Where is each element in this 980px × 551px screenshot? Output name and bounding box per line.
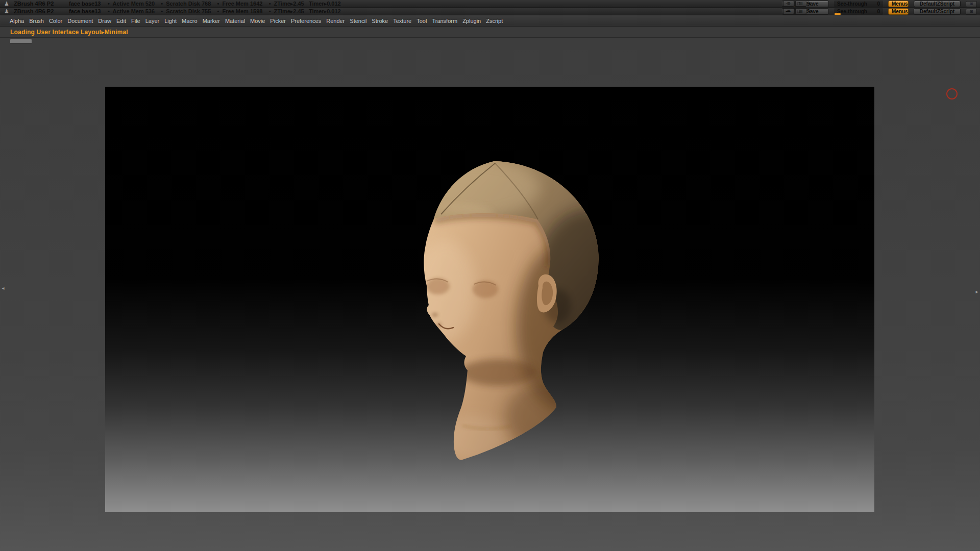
zbrush-logo-icon-2: ♟ [4, 8, 9, 15]
menu-item-texture[interactable]: Texture [390, 15, 414, 27]
menu-item-document[interactable]: Document [65, 15, 95, 27]
titlebar-controls-1: QuickSave See-through 0 Menus DefaultZSc… [782, 1, 977, 7]
see-through-slider-1[interactable]: See-through 0 [834, 1, 883, 7]
memory-stats-2: • Active Mem 536 • Scratch Disk 755 • Fr… [108, 8, 341, 15]
see-through-value-1: 0 [877, 1, 880, 7]
sculpted-head-model [105, 87, 874, 512]
menu-item-layer[interactable]: Layer [143, 15, 162, 27]
title-bar-2: ♟ ZBrush 4R6 P2 face base13 • Active Mem… [0, 8, 980, 15]
menu-item-file[interactable]: File [129, 15, 143, 27]
title-bar-1: ♟ ZBrush 4R6 P2 face base13 • Active Mem… [0, 0, 980, 8]
grid-icon-button-2[interactable]: ⊞ [966, 9, 977, 15]
default-zscript-button-2[interactable]: DefaultZScript [914, 8, 961, 15]
menu-item-movie[interactable]: Movie [248, 15, 267, 27]
window-controls-2: — □ × [784, 8, 814, 15]
menu-item-material[interactable]: Material [223, 15, 248, 27]
menu-item-light[interactable]: Light [162, 15, 179, 27]
menu-item-tool[interactable]: Tool [414, 15, 429, 27]
menu-item-stroke[interactable]: Stroke [369, 15, 390, 27]
loading-status-text: Loading User Interface Layout▸Minimal [10, 29, 128, 36]
menu-item-draw[interactable]: Draw [95, 15, 114, 27]
maximize-button-1[interactable]: □ [795, 1, 803, 7]
zbrush-logo-icon: ♟ [4, 0, 9, 7]
menu-item-color[interactable]: Color [46, 15, 65, 27]
workspace: ◂ ▸ [0, 38, 980, 551]
document-title-2: face base13 [69, 8, 101, 15]
menus-button-2[interactable]: Menus [888, 8, 909, 15]
menu-item-preferences[interactable]: Preferences [288, 15, 324, 27]
app-title-1: ZBrush 4R6 P2 [14, 0, 54, 7]
menu-bar: Alpha Brush Color Document Draw Edit Fil… [0, 15, 980, 27]
menu-item-edit[interactable]: Edit [114, 15, 129, 27]
status-bar: Loading User Interface Layout▸Minimal [0, 27, 980, 38]
menu-item-zplugin[interactable]: Zplugin [460, 15, 483, 27]
see-through-label-2: See-through [837, 8, 867, 15]
grid-icon-button-1[interactable]: ⊞ [966, 1, 977, 7]
close-button-2[interactable]: × [805, 8, 814, 15]
menu-item-brush[interactable]: Brush [27, 15, 46, 27]
see-through-value-2: 0 [877, 8, 880, 15]
menu-item-alpha[interactable]: Alpha [7, 15, 27, 27]
see-through-progress-notch [835, 13, 841, 15]
menu-item-stencil[interactable]: Stencil [347, 15, 369, 27]
red-ring-indicator [946, 88, 958, 99]
menu-item-render[interactable]: Render [324, 15, 347, 27]
app-title-2: ZBrush 4R6 P2 [14, 8, 54, 15]
right-tray-toggle[interactable]: ▸ [974, 288, 980, 296]
document-canvas[interactable] [105, 87, 874, 512]
progress-bar [10, 39, 32, 43]
menu-item-transform[interactable]: Transform [429, 15, 460, 27]
see-through-slider-2[interactable]: See-through 0 [834, 8, 883, 15]
window-controls-1: — □ × [784, 1, 814, 7]
menu-item-zscript[interactable]: Zscript [483, 15, 505, 27]
left-tray-toggle[interactable]: ◂ [0, 284, 6, 292]
minimize-button-2[interactable]: — [784, 8, 792, 15]
close-button-1[interactable]: × [805, 1, 814, 7]
minimize-button-1[interactable]: — [784, 1, 792, 7]
maximize-button-2[interactable]: □ [795, 8, 803, 15]
zbrush-window: ♟ ZBrush 4R6 P2 face base13 • Active Mem… [0, 0, 980, 551]
default-zscript-button-1[interactable]: DefaultZScript [914, 1, 961, 7]
document-title-1: face base13 [69, 0, 101, 7]
menu-item-marker[interactable]: Marker [200, 15, 223, 27]
see-through-label-1: See-through [837, 1, 867, 7]
menu-item-macro[interactable]: Macro [179, 15, 200, 27]
menu-item-picker[interactable]: Picker [267, 15, 288, 27]
menus-button-1[interactable]: Menus [888, 1, 909, 7]
titlebar-controls-2: QuickSave See-through 0 Menus DefaultZSc… [782, 8, 977, 15]
memory-stats-1: • Active Mem 520 • Scratch Disk 768 • Fr… [108, 0, 341, 7]
